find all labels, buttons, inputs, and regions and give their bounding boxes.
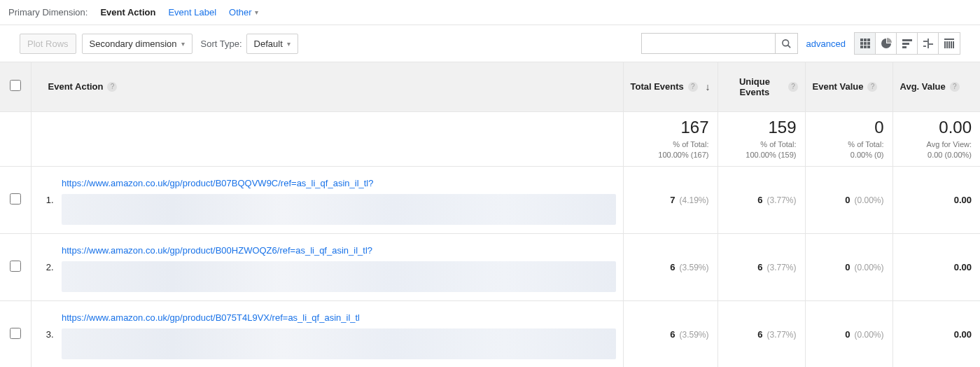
primary-dimension-bar: Primary Dimension: Event Action Event La…	[0, 0, 980, 25]
header-event-value[interactable]: Event Value ?	[805, 62, 892, 111]
svg-rect-19	[946, 41, 948, 48]
help-icon[interactable]: ?	[867, 82, 877, 92]
view-bar-icon[interactable]	[897, 33, 918, 54]
row-index: 2.	[31, 233, 62, 300]
redacted-content	[62, 261, 616, 292]
svg-line-1	[788, 45, 790, 48]
svg-rect-20	[948, 41, 950, 48]
row-index: 1.	[31, 166, 62, 233]
table-toolbar: Plot Rows Secondary dimension ▾ Sort Typ…	[0, 25, 980, 62]
view-table-icon[interactable]	[855, 33, 876, 54]
search-button[interactable]	[775, 34, 797, 53]
svg-rect-2	[860, 39, 863, 41]
search-icon	[781, 39, 792, 49]
row-checkbox[interactable]	[10, 328, 21, 339]
sort-type-label: Sort Type:	[201, 39, 242, 49]
sort-type-dropdown[interactable]: Default ▾	[246, 34, 298, 54]
svg-point-0	[782, 39, 788, 46]
unique-events-value: 159	[724, 118, 797, 137]
svg-rect-3	[864, 39, 867, 41]
svg-rect-11	[902, 39, 912, 41]
svg-rect-12	[902, 43, 909, 45]
search-input[interactable]	[642, 39, 775, 49]
totals-row: 167 % of Total: 100.00% (167) 159 % of T…	[0, 111, 980, 166]
svg-rect-4	[867, 39, 870, 41]
help-icon[interactable]: ?	[788, 82, 797, 92]
secondary-dimension-dropdown[interactable]: Secondary dimension ▾	[82, 34, 192, 54]
view-pie-icon[interactable]	[876, 33, 897, 54]
view-comparison-icon[interactable]	[918, 33, 939, 54]
svg-rect-18	[944, 41, 946, 48]
row-index: 3.	[31, 300, 62, 367]
header-total-events[interactable]: Total Events ? ↓	[623, 62, 718, 111]
table-row: 1. https://www.amazon.co.uk/gp/product/B…	[0, 166, 980, 233]
row-checkbox[interactable]	[10, 193, 21, 205]
event-action-link[interactable]: https://www.amazon.co.uk/gp/product/B075…	[62, 310, 616, 326]
svg-rect-21	[951, 41, 952, 48]
svg-rect-9	[864, 46, 867, 48]
help-icon[interactable]: ?	[107, 82, 117, 92]
tab-event-label[interactable]: Event Label	[168, 7, 216, 18]
svg-rect-7	[867, 42, 870, 45]
tab-other-label: Other	[229, 7, 252, 18]
caret-down-icon: ▾	[287, 40, 290, 48]
header-avg-value[interactable]: Avg. Value ?	[892, 62, 980, 111]
table-header-row: Event Action ? Total Events ? ↓ Unique E…	[0, 62, 980, 111]
svg-rect-22	[953, 41, 954, 48]
header-event-action[interactable]: Event Action ?	[31, 62, 623, 111]
data-table: Event Action ? Total Events ? ↓ Unique E…	[0, 62, 980, 367]
event-action-link[interactable]: https://www.amazon.co.uk/gp/product/B00H…	[62, 242, 616, 258]
event-value-total: 0	[811, 118, 884, 137]
svg-rect-5	[860, 42, 863, 45]
sort-desc-icon: ↓	[706, 81, 710, 92]
advanced-link[interactable]: advanced	[806, 39, 846, 49]
caret-down-icon: ▾	[181, 40, 185, 48]
redacted-content	[62, 328, 616, 359]
svg-rect-8	[860, 46, 863, 48]
header-checkbox-cell	[0, 62, 31, 111]
help-icon[interactable]: ?	[688, 82, 698, 92]
svg-rect-10	[867, 46, 870, 48]
avg-value-total: 0.00	[899, 118, 972, 137]
redacted-content	[62, 194, 616, 225]
total-events-value: 167	[629, 118, 709, 137]
table-row: 3. https://www.amazon.co.uk/gp/product/B…	[0, 300, 980, 367]
view-pivot-icon[interactable]	[939, 33, 960, 54]
search-box	[641, 33, 798, 54]
plot-rows-button[interactable]: Plot Rows	[20, 34, 76, 54]
tab-event-action[interactable]: Event Action	[100, 7, 155, 18]
view-mode-switcher	[854, 32, 960, 55]
event-action-link[interactable]: https://www.amazon.co.uk/gp/product/B07B…	[62, 175, 616, 191]
caret-down-icon: ▾	[255, 8, 258, 16]
table-row: 2. https://www.amazon.co.uk/gp/product/B…	[0, 233, 980, 300]
svg-rect-23	[944, 39, 954, 40]
help-icon[interactable]: ?	[950, 82, 960, 92]
header-unique-events[interactable]: Unique Events ?	[718, 62, 805, 111]
primary-dimension-label: Primary Dimension:	[8, 7, 88, 18]
svg-rect-13	[902, 46, 906, 48]
svg-rect-6	[864, 42, 867, 45]
tab-other[interactable]: Other ▾	[229, 7, 258, 18]
select-all-checkbox[interactable]	[10, 80, 21, 91]
row-checkbox[interactable]	[10, 261, 21, 272]
